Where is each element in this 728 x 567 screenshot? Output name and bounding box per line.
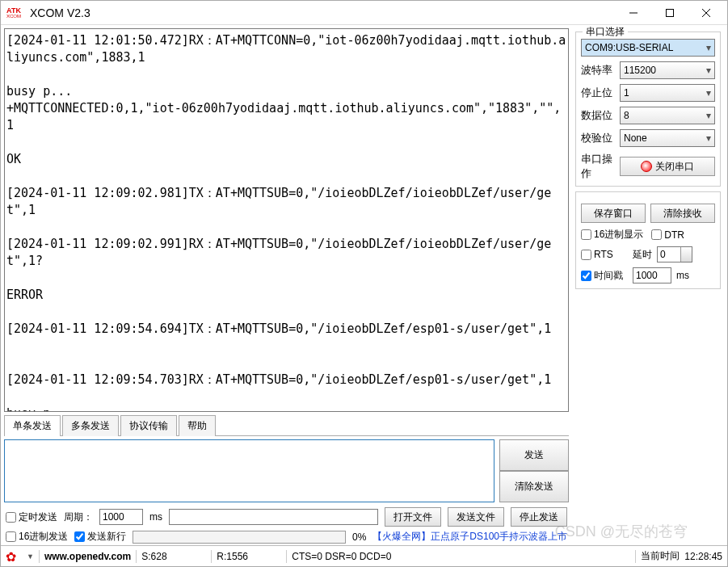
delay-spin[interactable]: 0 <box>657 246 692 262</box>
url-link[interactable]: www.openedv.com <box>44 551 131 562</box>
maximize-button[interactable] <box>651 2 688 24</box>
control-group: 保存窗口 清除接收 16进制显示 DTR RTS 延时 0 时间戳 1000 m… <box>575 191 721 289</box>
stop-send-button[interactable]: 停止发送 <box>511 507 567 527</box>
line-status: CTS=0 DSR=0 DCD=0 <box>292 551 630 562</box>
open-file-button[interactable]: 打开文件 <box>385 507 441 527</box>
port-select[interactable]: COM9:USB-SERIAL <box>581 39 715 57</box>
tab-multi-send[interactable]: 多条发送 <box>62 415 119 436</box>
progress-pct: 0% <box>352 531 366 543</box>
baud-select[interactable]: 115200 <box>620 61 715 79</box>
recv-count: R:1556 <box>217 551 281 562</box>
file-path-input[interactable] <box>169 509 378 525</box>
sent-count: S:628 <box>141 551 206 562</box>
send-button[interactable]: 发送 <box>499 439 569 471</box>
databits-select[interactable]: 8 <box>620 107 715 124</box>
send-input[interactable] <box>4 439 494 502</box>
send-newline-checkbox[interactable]: 发送新行 <box>74 530 126 544</box>
hex-send-checkbox[interactable]: 16进制发送 <box>6 530 68 544</box>
gear-icon[interactable]: ✿ <box>6 549 20 564</box>
current-time: 12:28:45 <box>684 551 722 562</box>
tab-help[interactable]: 帮助 <box>179 415 216 436</box>
save-window-button[interactable]: 保存窗口 <box>581 204 646 223</box>
status-bar: ✿▼ www.openedv.com S:628 R:1556 CTS=0 DS… <box>1 545 727 566</box>
progress-bar <box>133 531 346 544</box>
app-logo: ATK XCOM <box>4 5 23 21</box>
send-tabs: 单条发送 多条发送 协议传输 帮助 <box>4 415 569 436</box>
dtr-checkbox[interactable]: DTR <box>651 228 684 242</box>
svg-rect-1 <box>666 9 673 16</box>
parity-select[interactable]: None <box>620 129 715 147</box>
hex-display-checkbox[interactable]: 16进制显示 <box>581 228 643 242</box>
timestamp-input[interactable]: 1000 <box>633 267 671 284</box>
tab-protocol[interactable]: 协议传输 <box>120 415 177 436</box>
tab-single-send[interactable]: 单条发送 <box>4 415 61 436</box>
period-label: 周期： <box>64 510 93 524</box>
timestamp-checkbox[interactable]: 时间戳 <box>581 269 628 283</box>
titlebar: ATK XCOM XCOM V2.3 <box>1 1 727 25</box>
serial-group: 串口选择 COM9:USB-SERIAL 波特率115200 停止位1 数据位8… <box>575 32 721 187</box>
rts-checkbox[interactable]: RTS <box>581 249 628 260</box>
send-file-button[interactable]: 发送文件 <box>448 507 504 527</box>
close-button[interactable] <box>688 2 724 24</box>
timed-send-checkbox[interactable]: 定时发送 <box>6 510 57 524</box>
promo-link[interactable]: 【火爆全网】正点原子DS100手持示波器上市 <box>372 530 567 544</box>
minimize-button[interactable] <box>615 2 651 24</box>
period-input[interactable]: 1000 <box>99 509 143 525</box>
stopbits-select[interactable]: 1 <box>620 84 715 102</box>
window-title: XCOM V2.3 <box>30 6 615 19</box>
toggle-port-button[interactable]: 关闭串口 <box>620 157 715 176</box>
clear-send-button[interactable]: 清除发送 <box>499 471 569 502</box>
clear-receive-button[interactable]: 清除接收 <box>650 204 715 223</box>
receive-area[interactable]: [2024-01-11 12:01:50.472]RX：AT+MQTTCONN=… <box>4 28 569 412</box>
